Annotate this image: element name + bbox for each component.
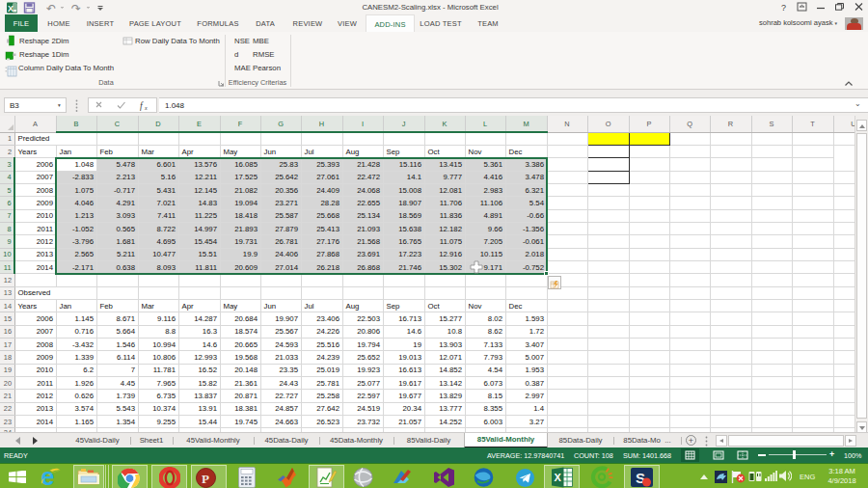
- svg-text:X: X: [555, 472, 562, 483]
- svg-text:f: f: [140, 101, 144, 111]
- svg-text:↷: ↷: [71, 2, 81, 14]
- svg-text:x: x: [144, 105, 148, 111]
- svg-text:↶: ↶: [46, 2, 56, 14]
- svg-text:e: e: [41, 466, 55, 488]
- svg-text:P: P: [202, 472, 209, 486]
- svg-text:?: ?: [781, 3, 786, 13]
- svg-text:X: X: [8, 4, 14, 14]
